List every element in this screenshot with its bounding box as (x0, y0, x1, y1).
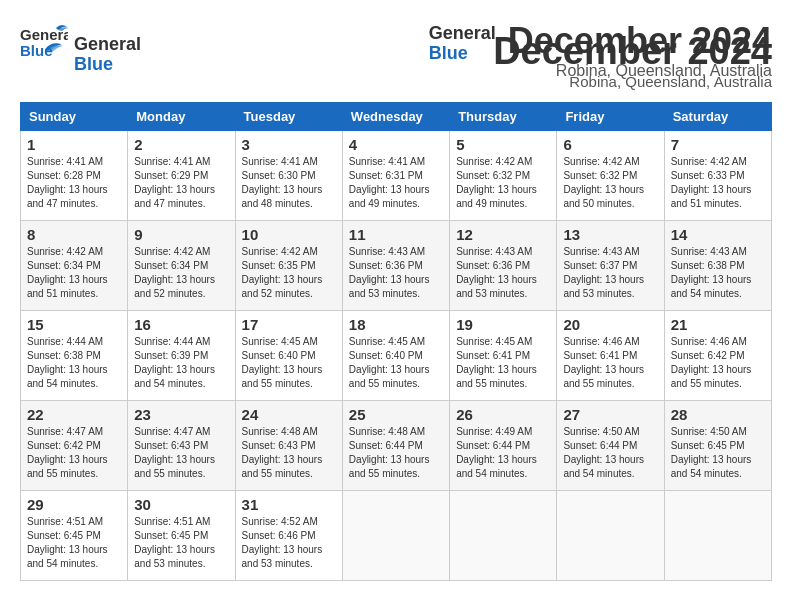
day-number: 20 (563, 316, 657, 333)
col-sunday: Sunday (21, 103, 128, 131)
day-info: Sunrise: 4:42 AM Sunset: 6:32 PM Dayligh… (456, 155, 550, 211)
day-number: 23 (134, 406, 228, 423)
day-info: Sunrise: 4:50 AM Sunset: 6:45 PM Dayligh… (671, 425, 765, 481)
logo-blue: Blue (74, 55, 141, 75)
day-cell: 13Sunrise: 4:43 AM Sunset: 6:37 PM Dayli… (557, 221, 664, 311)
day-number: 7 (671, 136, 765, 153)
day-cell: 11Sunrise: 4:43 AM Sunset: 6:36 PM Dayli… (342, 221, 449, 311)
day-cell: 15Sunrise: 4:44 AM Sunset: 6:38 PM Dayli… (21, 311, 128, 401)
day-number: 28 (671, 406, 765, 423)
day-info: Sunrise: 4:41 AM Sunset: 6:28 PM Dayligh… (27, 155, 121, 211)
day-cell: 21Sunrise: 4:46 AM Sunset: 6:42 PM Dayli… (664, 311, 771, 401)
day-cell: 10Sunrise: 4:42 AM Sunset: 6:35 PM Dayli… (235, 221, 342, 311)
day-info: Sunrise: 4:42 AM Sunset: 6:34 PM Dayligh… (27, 245, 121, 301)
day-cell: 30Sunrise: 4:51 AM Sunset: 6:45 PM Dayli… (128, 491, 235, 581)
day-cell: 1Sunrise: 4:41 AM Sunset: 6:28 PM Daylig… (21, 131, 128, 221)
day-number: 3 (242, 136, 336, 153)
day-cell: 29Sunrise: 4:51 AM Sunset: 6:45 PM Dayli… (21, 491, 128, 581)
week-row-5: 29Sunrise: 4:51 AM Sunset: 6:45 PM Dayli… (21, 491, 772, 581)
day-number: 24 (242, 406, 336, 423)
day-cell: 20Sunrise: 4:46 AM Sunset: 6:41 PM Dayli… (557, 311, 664, 401)
day-info: Sunrise: 4:41 AM Sunset: 6:29 PM Dayligh… (134, 155, 228, 211)
day-info: Sunrise: 4:43 AM Sunset: 6:37 PM Dayligh… (563, 245, 657, 301)
day-number: 1 (27, 136, 121, 153)
day-cell: 4Sunrise: 4:41 AM Sunset: 6:31 PM Daylig… (342, 131, 449, 221)
day-cell: 17Sunrise: 4:45 AM Sunset: 6:40 PM Dayli… (235, 311, 342, 401)
week-row-3: 15Sunrise: 4:44 AM Sunset: 6:38 PM Dayli… (21, 311, 772, 401)
day-info: Sunrise: 4:48 AM Sunset: 6:43 PM Dayligh… (242, 425, 336, 481)
week-row-4: 22Sunrise: 4:47 AM Sunset: 6:42 PM Dayli… (21, 401, 772, 491)
day-number: 6 (563, 136, 657, 153)
day-number: 27 (563, 406, 657, 423)
day-cell (342, 491, 449, 581)
day-number: 8 (27, 226, 121, 243)
day-cell: 24Sunrise: 4:48 AM Sunset: 6:43 PM Dayli… (235, 401, 342, 491)
day-number: 13 (563, 226, 657, 243)
day-info: Sunrise: 4:45 AM Sunset: 6:40 PM Dayligh… (349, 335, 443, 391)
day-info: Sunrise: 4:50 AM Sunset: 6:44 PM Dayligh… (563, 425, 657, 481)
day-info: Sunrise: 4:49 AM Sunset: 6:44 PM Dayligh… (456, 425, 550, 481)
day-cell: 5Sunrise: 4:42 AM Sunset: 6:32 PM Daylig… (450, 131, 557, 221)
day-number: 15 (27, 316, 121, 333)
day-info: Sunrise: 4:46 AM Sunset: 6:41 PM Dayligh… (563, 335, 657, 391)
week-row-1: 1Sunrise: 4:41 AM Sunset: 6:28 PM Daylig… (21, 131, 772, 221)
day-cell: 22Sunrise: 4:47 AM Sunset: 6:42 PM Dayli… (21, 401, 128, 491)
page-subtitle: Robina, Queensland, Australia (493, 73, 772, 90)
logo: General Blue (20, 20, 74, 72)
logo-general-text: General (429, 24, 496, 44)
col-thursday: Thursday (450, 103, 557, 131)
day-info: Sunrise: 4:45 AM Sunset: 6:41 PM Dayligh… (456, 335, 550, 391)
day-info: Sunrise: 4:45 AM Sunset: 6:40 PM Dayligh… (242, 335, 336, 391)
day-number: 19 (456, 316, 550, 333)
logo-icon: General Blue (20, 20, 68, 68)
logo-text-area: General Blue (74, 35, 141, 75)
day-info: Sunrise: 4:47 AM Sunset: 6:43 PM Dayligh… (134, 425, 228, 481)
day-info: Sunrise: 4:42 AM Sunset: 6:32 PM Dayligh… (563, 155, 657, 211)
day-number: 29 (27, 496, 121, 513)
day-number: 10 (242, 226, 336, 243)
day-info: Sunrise: 4:52 AM Sunset: 6:46 PM Dayligh… (242, 515, 336, 571)
day-cell: 25Sunrise: 4:48 AM Sunset: 6:44 PM Dayli… (342, 401, 449, 491)
day-info: Sunrise: 4:44 AM Sunset: 6:38 PM Dayligh… (27, 335, 121, 391)
col-saturday: Saturday (664, 103, 771, 131)
day-cell: 12Sunrise: 4:43 AM Sunset: 6:36 PM Dayli… (450, 221, 557, 311)
day-cell: 16Sunrise: 4:44 AM Sunset: 6:39 PM Dayli… (128, 311, 235, 401)
day-cell: 27Sunrise: 4:50 AM Sunset: 6:44 PM Dayli… (557, 401, 664, 491)
day-cell: 6Sunrise: 4:42 AM Sunset: 6:32 PM Daylig… (557, 131, 664, 221)
day-info: Sunrise: 4:51 AM Sunset: 6:45 PM Dayligh… (134, 515, 228, 571)
page-title-area: December 2024 Robina, Queensland, Austra… (493, 30, 772, 90)
day-cell: 31Sunrise: 4:52 AM Sunset: 6:46 PM Dayli… (235, 491, 342, 581)
col-monday: Monday (128, 103, 235, 131)
day-info: Sunrise: 4:48 AM Sunset: 6:44 PM Dayligh… (349, 425, 443, 481)
svg-text:Blue: Blue (20, 42, 53, 59)
day-cell (664, 491, 771, 581)
day-info: Sunrise: 4:51 AM Sunset: 6:45 PM Dayligh… (27, 515, 121, 571)
day-cell (557, 491, 664, 581)
col-tuesday: Tuesday (235, 103, 342, 131)
day-cell: 9Sunrise: 4:42 AM Sunset: 6:34 PM Daylig… (128, 221, 235, 311)
day-number: 5 (456, 136, 550, 153)
day-info: Sunrise: 4:44 AM Sunset: 6:39 PM Dayligh… (134, 335, 228, 391)
day-number: 26 (456, 406, 550, 423)
day-cell: 28Sunrise: 4:50 AM Sunset: 6:45 PM Dayli… (664, 401, 771, 491)
day-cell: 18Sunrise: 4:45 AM Sunset: 6:40 PM Dayli… (342, 311, 449, 401)
day-number: 9 (134, 226, 228, 243)
day-number: 25 (349, 406, 443, 423)
day-info: Sunrise: 4:43 AM Sunset: 6:38 PM Dayligh… (671, 245, 765, 301)
col-friday: Friday (557, 103, 664, 131)
day-cell: 23Sunrise: 4:47 AM Sunset: 6:43 PM Dayli… (128, 401, 235, 491)
day-info: Sunrise: 4:42 AM Sunset: 6:33 PM Dayligh… (671, 155, 765, 211)
day-info: Sunrise: 4:41 AM Sunset: 6:31 PM Dayligh… (349, 155, 443, 211)
calendar-table: Sunday Monday Tuesday Wednesday Thursday… (20, 102, 772, 581)
day-number: 22 (27, 406, 121, 423)
day-number: 2 (134, 136, 228, 153)
logo-blue-text: Blue (429, 44, 496, 64)
day-info: Sunrise: 4:47 AM Sunset: 6:42 PM Dayligh… (27, 425, 121, 481)
day-number: 14 (671, 226, 765, 243)
day-info: Sunrise: 4:43 AM Sunset: 6:36 PM Dayligh… (456, 245, 550, 301)
day-number: 18 (349, 316, 443, 333)
logo-general: General (74, 35, 141, 55)
day-number: 12 (456, 226, 550, 243)
page-title: December 2024 (493, 30, 772, 73)
day-info: Sunrise: 4:46 AM Sunset: 6:42 PM Dayligh… (671, 335, 765, 391)
